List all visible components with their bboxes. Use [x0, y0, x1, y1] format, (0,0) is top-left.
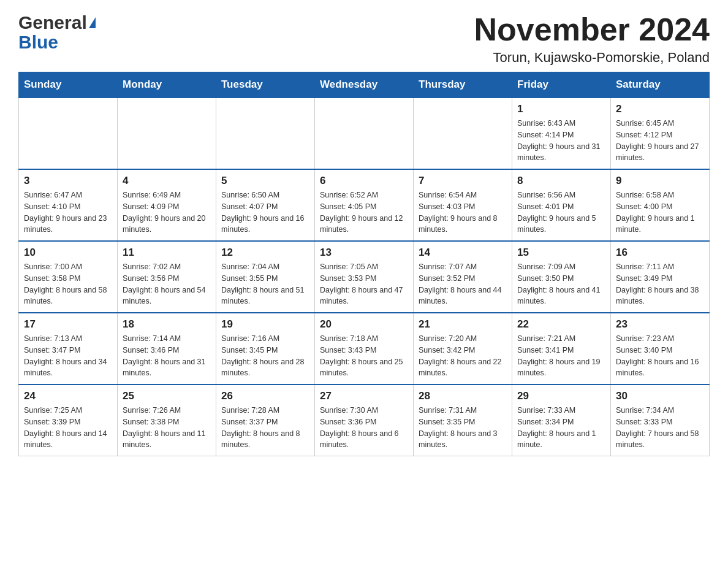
calendar-day	[216, 98, 315, 169]
day-number: 12	[221, 247, 309, 259]
day-info: Sunrise: 7:13 AM Sunset: 3:47 PM Dayligh…	[24, 333, 112, 379]
logo-blue-text: Blue	[18, 32, 58, 53]
calendar-day	[414, 98, 512, 169]
day-number: 3	[24, 175, 112, 187]
calendar-day: 29Sunrise: 7:33 AM Sunset: 3:34 PM Dayli…	[512, 385, 611, 456]
calendar-day: 30Sunrise: 7:34 AM Sunset: 3:33 PM Dayli…	[611, 385, 710, 456]
calendar-day: 3Sunrise: 6:47 AM Sunset: 4:10 PM Daylig…	[19, 169, 118, 241]
day-info: Sunrise: 7:30 AM Sunset: 3:36 PM Dayligh…	[320, 405, 408, 451]
day-info: Sunrise: 7:33 AM Sunset: 3:34 PM Dayligh…	[517, 405, 605, 451]
calendar-day: 7Sunrise: 6:54 AM Sunset: 4:03 PM Daylig…	[414, 169, 512, 241]
day-number: 29	[517, 390, 605, 402]
calendar-week-row: 3Sunrise: 6:47 AM Sunset: 4:10 PM Daylig…	[19, 169, 710, 241]
calendar-day: 15Sunrise: 7:09 AM Sunset: 3:50 PM Dayli…	[512, 241, 611, 313]
day-number: 13	[320, 247, 408, 259]
calendar-day: 23Sunrise: 7:23 AM Sunset: 3:40 PM Dayli…	[611, 313, 710, 385]
calendar-header-tuesday: Tuesday	[216, 72, 315, 98]
day-number: 24	[24, 390, 112, 402]
month-title: November 2024	[474, 12, 710, 47]
day-info: Sunrise: 6:47 AM Sunset: 4:10 PM Dayligh…	[24, 190, 112, 236]
calendar-day: 8Sunrise: 6:56 AM Sunset: 4:01 PM Daylig…	[512, 169, 611, 241]
day-info: Sunrise: 7:26 AM Sunset: 3:38 PM Dayligh…	[123, 405, 211, 451]
day-info: Sunrise: 7:25 AM Sunset: 3:39 PM Dayligh…	[24, 405, 112, 451]
calendar-week-row: 1Sunrise: 6:43 AM Sunset: 4:14 PM Daylig…	[19, 98, 710, 169]
day-number: 5	[221, 175, 309, 187]
day-number: 26	[221, 390, 309, 402]
day-number: 9	[616, 175, 704, 187]
day-info: Sunrise: 6:54 AM Sunset: 4:03 PM Dayligh…	[419, 190, 507, 236]
calendar-day: 2Sunrise: 6:45 AM Sunset: 4:12 PM Daylig…	[611, 98, 710, 169]
calendar-day: 24Sunrise: 7:25 AM Sunset: 3:39 PM Dayli…	[19, 385, 118, 456]
day-info: Sunrise: 7:23 AM Sunset: 3:40 PM Dayligh…	[616, 333, 704, 379]
day-number: 7	[419, 175, 507, 187]
logo: General Blue	[18, 12, 96, 53]
page-header: General Blue November 2024 Torun, Kujaws…	[18, 12, 710, 66]
calendar-header-saturday: Saturday	[611, 72, 710, 98]
day-info: Sunrise: 7:28 AM Sunset: 3:37 PM Dayligh…	[221, 405, 309, 451]
calendar-day: 5Sunrise: 6:50 AM Sunset: 4:07 PM Daylig…	[216, 169, 315, 241]
calendar-day: 17Sunrise: 7:13 AM Sunset: 3:47 PM Dayli…	[19, 313, 118, 385]
calendar-day: 14Sunrise: 7:07 AM Sunset: 3:52 PM Dayli…	[414, 241, 512, 313]
title-section: November 2024 Torun, Kujawsko-Pomorskie,…	[474, 12, 710, 66]
day-number: 6	[320, 175, 408, 187]
calendar-day: 28Sunrise: 7:31 AM Sunset: 3:35 PM Dayli…	[414, 385, 512, 456]
calendar-header-thursday: Thursday	[414, 72, 512, 98]
logo-arrow-icon	[89, 17, 96, 28]
calendar-header-wednesday: Wednesday	[315, 72, 414, 98]
day-info: Sunrise: 7:18 AM Sunset: 3:43 PM Dayligh…	[320, 333, 408, 379]
day-number: 21	[419, 318, 507, 331]
calendar-week-row: 24Sunrise: 7:25 AM Sunset: 3:39 PM Dayli…	[19, 385, 710, 456]
day-number: 18	[123, 318, 211, 331]
calendar-day: 6Sunrise: 6:52 AM Sunset: 4:05 PM Daylig…	[315, 169, 414, 241]
day-number: 1	[517, 103, 605, 115]
calendar-day: 20Sunrise: 7:18 AM Sunset: 3:43 PM Dayli…	[315, 313, 414, 385]
calendar-day	[118, 98, 216, 169]
day-info: Sunrise: 6:45 AM Sunset: 4:12 PM Dayligh…	[616, 118, 704, 164]
day-info: Sunrise: 7:09 AM Sunset: 3:50 PM Dayligh…	[517, 261, 605, 307]
day-number: 22	[517, 318, 605, 331]
calendar-day: 12Sunrise: 7:04 AM Sunset: 3:55 PM Dayli…	[216, 241, 315, 313]
day-info: Sunrise: 7:05 AM Sunset: 3:53 PM Dayligh…	[320, 261, 408, 307]
day-info: Sunrise: 6:52 AM Sunset: 4:05 PM Dayligh…	[320, 190, 408, 236]
calendar-header-friday: Friday	[512, 72, 611, 98]
calendar-table: SundayMondayTuesdayWednesdayThursdayFrid…	[18, 72, 710, 456]
day-info: Sunrise: 7:02 AM Sunset: 3:56 PM Dayligh…	[123, 261, 211, 307]
calendar-week-row: 17Sunrise: 7:13 AM Sunset: 3:47 PM Dayli…	[19, 313, 710, 385]
day-number: 16	[616, 247, 704, 259]
day-info: Sunrise: 7:14 AM Sunset: 3:46 PM Dayligh…	[123, 333, 211, 379]
day-info: Sunrise: 6:50 AM Sunset: 4:07 PM Dayligh…	[221, 190, 309, 236]
day-number: 19	[221, 318, 309, 331]
day-info: Sunrise: 7:34 AM Sunset: 3:33 PM Dayligh…	[616, 405, 704, 451]
calendar-day: 11Sunrise: 7:02 AM Sunset: 3:56 PM Dayli…	[118, 241, 216, 313]
day-info: Sunrise: 7:21 AM Sunset: 3:41 PM Dayligh…	[517, 333, 605, 379]
calendar-day: 27Sunrise: 7:30 AM Sunset: 3:36 PM Dayli…	[315, 385, 414, 456]
day-number: 17	[24, 318, 112, 331]
day-info: Sunrise: 7:11 AM Sunset: 3:49 PM Dayligh…	[616, 261, 704, 307]
day-number: 8	[517, 175, 605, 187]
calendar-day: 22Sunrise: 7:21 AM Sunset: 3:41 PM Dayli…	[512, 313, 611, 385]
day-number: 2	[616, 103, 704, 115]
calendar-header-row: SundayMondayTuesdayWednesdayThursdayFrid…	[19, 72, 710, 98]
calendar-day: 25Sunrise: 7:26 AM Sunset: 3:38 PM Dayli…	[118, 385, 216, 456]
day-number: 20	[320, 318, 408, 331]
calendar-header-monday: Monday	[118, 72, 216, 98]
day-info: Sunrise: 6:56 AM Sunset: 4:01 PM Dayligh…	[517, 190, 605, 236]
calendar-day: 9Sunrise: 6:58 AM Sunset: 4:00 PM Daylig…	[611, 169, 710, 241]
day-number: 23	[616, 318, 704, 331]
day-number: 15	[517, 247, 605, 259]
calendar-day: 10Sunrise: 7:00 AM Sunset: 3:58 PM Dayli…	[19, 241, 118, 313]
calendar-day: 26Sunrise: 7:28 AM Sunset: 3:37 PM Dayli…	[216, 385, 315, 456]
calendar-day: 18Sunrise: 7:14 AM Sunset: 3:46 PM Dayli…	[118, 313, 216, 385]
day-number: 10	[24, 247, 112, 259]
day-info: Sunrise: 6:43 AM Sunset: 4:14 PM Dayligh…	[517, 118, 605, 164]
calendar-day: 19Sunrise: 7:16 AM Sunset: 3:45 PM Dayli…	[216, 313, 315, 385]
day-info: Sunrise: 7:20 AM Sunset: 3:42 PM Dayligh…	[419, 333, 507, 379]
day-info: Sunrise: 7:16 AM Sunset: 3:45 PM Dayligh…	[221, 333, 309, 379]
calendar-day	[315, 98, 414, 169]
day-info: Sunrise: 6:49 AM Sunset: 4:09 PM Dayligh…	[123, 190, 211, 236]
day-info: Sunrise: 7:31 AM Sunset: 3:35 PM Dayligh…	[419, 405, 507, 451]
calendar-day: 21Sunrise: 7:20 AM Sunset: 3:42 PM Dayli…	[414, 313, 512, 385]
calendar-day: 13Sunrise: 7:05 AM Sunset: 3:53 PM Dayli…	[315, 241, 414, 313]
calendar-day: 4Sunrise: 6:49 AM Sunset: 4:09 PM Daylig…	[118, 169, 216, 241]
day-number: 27	[320, 390, 408, 402]
